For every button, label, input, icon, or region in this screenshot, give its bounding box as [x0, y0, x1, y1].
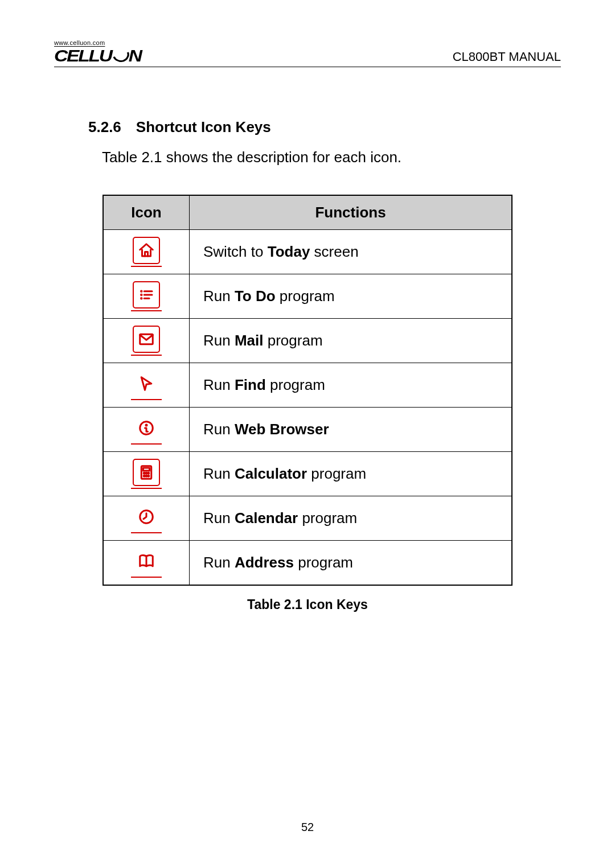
svg-point-14	[144, 475, 145, 476]
table-row: Run Find program	[103, 363, 512, 408]
svg-point-8	[146, 425, 147, 426]
function-cell: Run Mail program	[190, 319, 512, 363]
svg-point-11	[144, 472, 145, 474]
page-number: 52	[0, 821, 615, 834]
function-cell: Switch to Today screen	[190, 230, 512, 274]
content-area: 5.2.6Shortcut Icon Keys Table 2.1 shows …	[54, 118, 561, 612]
section-intro: Table 2.1 shows the description for each…	[102, 149, 527, 166]
svg-point-1	[141, 294, 142, 295]
function-cell: Run Web Browser	[190, 408, 512, 452]
table-row: Run Calculator program	[103, 452, 512, 496]
brand-url: www.celluon.com	[54, 40, 132, 46]
table-row: Run Calendar program	[103, 496, 512, 541]
table-caption: Table 2.1 Icon Keys	[88, 597, 527, 612]
page-header: www.celluon.com CELLUN CL800BT MANUAL	[54, 40, 561, 67]
table-header-icon: Icon	[103, 195, 190, 230]
function-cell: Run To Do program	[190, 274, 512, 319]
calculator-icon	[133, 459, 160, 486]
address-book-icon	[133, 548, 160, 575]
home-icon	[133, 237, 160, 264]
function-cell: Run Calculator program	[190, 452, 512, 496]
table-row: Run To Do program	[103, 274, 512, 319]
section-number: 5.2.6	[88, 118, 121, 135]
icon-cell	[103, 274, 190, 319]
icon-cell	[103, 363, 190, 408]
icon-cell	[103, 408, 190, 452]
icon-cell	[103, 496, 190, 541]
svg-point-2	[141, 298, 142, 299]
svg-point-13	[148, 472, 149, 474]
svg-point-0	[141, 291, 142, 292]
icon-cell	[103, 452, 190, 496]
brand-logo: CELLUN	[54, 47, 141, 64]
clock-icon	[133, 503, 160, 530]
info-icon	[133, 414, 160, 442]
function-cell: Run Calendar program	[190, 496, 512, 541]
svg-point-15	[146, 475, 147, 476]
manual-page: www.celluon.com CELLUN CL800BT MANUAL 5.…	[0, 0, 615, 868]
icon-keys-table: Icon Functions Switch to	[102, 195, 512, 586]
list-icon	[133, 281, 160, 308]
brand-block: www.celluon.com CELLUN	[54, 40, 132, 64]
cursor-icon	[133, 370, 160, 397]
table-row: Switch to Today screen	[103, 230, 512, 274]
document-title: CL800BT MANUAL	[453, 50, 561, 64]
function-cell: Run Address program	[190, 541, 512, 586]
svg-point-12	[146, 472, 147, 474]
section-heading: 5.2.6Shortcut Icon Keys	[88, 118, 527, 136]
section-title: Shortcut Icon Keys	[136, 118, 271, 135]
table-header-functions: Functions	[190, 195, 512, 230]
table-row: Run Address program	[103, 541, 512, 586]
mail-icon	[133, 326, 160, 353]
icon-cell	[103, 230, 190, 274]
table-row: Run Web Browser	[103, 408, 512, 452]
icon-cell	[103, 541, 190, 586]
svg-rect-10	[143, 468, 149, 471]
svg-point-16	[148, 475, 149, 476]
table-row: Run Mail program	[103, 319, 512, 363]
icon-cell	[103, 319, 190, 363]
function-cell: Run Find program	[190, 363, 512, 408]
